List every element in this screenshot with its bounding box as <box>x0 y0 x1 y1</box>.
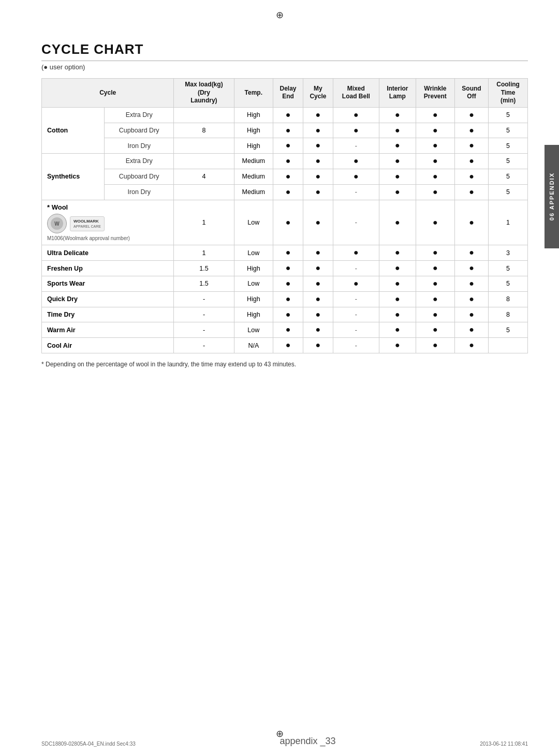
wrinkle-prevent-cell: ● <box>416 184 454 200</box>
cooling-time-cell <box>489 338 528 353</box>
temp-cell: Low <box>234 322 273 338</box>
cooling-time-cell: 5 <box>489 322 528 338</box>
page: ⊕ 06 APPENDIX CYCLE CHART (● user option… <box>0 0 559 756</box>
mixed-load-bell-cell: ● <box>333 154 379 169</box>
group-cell-synthetics: Synthetics <box>42 154 105 200</box>
delay-end-cell: ● <box>273 322 303 338</box>
mixed-load-bell-cell: - <box>333 322 379 338</box>
delay-end-cell: ● <box>273 138 303 154</box>
section-title: CYCLE CHART <box>41 41 528 61</box>
top-crosshair: ⊕ <box>276 9 284 21</box>
interior-lamp-cell: ● <box>379 276 416 292</box>
sub-cycle-cell: Iron Dry <box>105 184 174 200</box>
sound-off-cell: ● <box>454 200 488 245</box>
col-header-mixed-load-bell: MixedLoad Bell <box>333 79 379 108</box>
sound-off-cell: ● <box>454 338 488 353</box>
table-row: Iron DryMedium●●-●●●5 <box>42 184 528 200</box>
cooling-time-cell: 3 <box>489 245 528 261</box>
delay-end-cell: ● <box>273 261 303 276</box>
cooling-time-cell: 5 <box>489 276 528 292</box>
max-load-cell: - <box>174 322 234 338</box>
wrinkle-prevent-cell: ● <box>416 169 454 184</box>
cooling-time-cell: 8 <box>489 291 528 307</box>
col-header-my-cycle: MyCycle <box>303 79 333 108</box>
interior-lamp-cell: ● <box>379 322 416 338</box>
col-header-cycle: Cycle <box>42 79 174 108</box>
temp-cell: Medium <box>234 169 273 184</box>
temp-cell: Medium <box>234 184 273 200</box>
cooling-time-cell: 5 <box>489 138 528 154</box>
my-cycle-cell: ● <box>303 291 333 307</box>
wrinkle-prevent-cell: ● <box>416 307 454 322</box>
col-header-interior-lamp: InteriorLamp <box>379 79 416 108</box>
delay-end-cell: ● <box>273 245 303 261</box>
table-row: Time Dry-High●●-●●●8 <box>42 307 528 322</box>
wrinkle-prevent-cell: ● <box>416 107 454 123</box>
group-cell: Sports Wear <box>42 276 174 292</box>
delay-end-cell: ● <box>273 200 303 245</box>
my-cycle-cell: ● <box>303 154 333 169</box>
user-option-note: (● user option) <box>41 63 528 71</box>
sound-off-cell: ● <box>454 184 488 200</box>
sound-off-cell: ● <box>454 154 488 169</box>
sub-cycle-cell: Cupboard Dry <box>105 123 174 138</box>
max-load-cell: 1.5 <box>174 276 234 292</box>
svg-text:W: W <box>54 221 60 227</box>
max-load-cell <box>174 154 234 169</box>
group-cell: Freshen Up <box>42 261 174 276</box>
max-load-cell: 1 <box>174 200 234 245</box>
interior-lamp-cell: ● <box>379 307 416 322</box>
cooling-time-cell: 5 <box>489 261 528 276</box>
sound-off-cell: ● <box>454 307 488 322</box>
delay-end-cell: ● <box>273 291 303 307</box>
mixed-load-bell-cell: ● <box>333 245 379 261</box>
table-row: Freshen Up1.5High●●-●●●5 <box>42 261 528 276</box>
table-row: SyntheticsExtra DryMedium●●●●●●5 <box>42 154 528 169</box>
sound-off-cell: ● <box>454 261 488 276</box>
cooling-time-cell: 1 <box>489 200 528 245</box>
interior-lamp-cell: ● <box>379 200 416 245</box>
mixed-load-bell-cell: - <box>333 261 379 276</box>
footer-left: SDC18809-02805A-04_EN.indd Sec4:33 <box>41 741 136 747</box>
wrinkle-prevent-cell: ● <box>416 154 454 169</box>
temp-cell: High <box>234 123 273 138</box>
cooling-time-cell: 5 <box>489 154 528 169</box>
temp-cell: High <box>234 107 273 123</box>
my-cycle-cell: ● <box>303 261 333 276</box>
group-cell: Cool Air <box>42 338 174 353</box>
my-cycle-cell: ● <box>303 169 333 184</box>
sound-off-cell: ● <box>454 169 488 184</box>
wrinkle-prevent-cell: ● <box>416 138 454 154</box>
group-cell: Ultra Delicate <box>42 245 174 261</box>
sub-cycle-cell: Extra Dry <box>105 107 174 123</box>
delay-end-cell: ● <box>273 169 303 184</box>
max-load-cell: 1.5 <box>174 261 234 276</box>
my-cycle-cell: ● <box>303 276 333 292</box>
cooling-time-cell: 5 <box>489 184 528 200</box>
sound-off-cell: ● <box>454 245 488 261</box>
sound-off-cell: ● <box>454 107 488 123</box>
cycle-table: Cycle Max load(kg)(DryLaundry) Temp. Del… <box>41 78 528 353</box>
wrinkle-prevent-cell: ● <box>416 200 454 245</box>
col-header-temp: Temp. <box>234 79 273 108</box>
mixed-load-bell-cell: ● <box>333 123 379 138</box>
wrinkle-prevent-cell: ● <box>416 276 454 292</box>
table-row: Iron DryHigh●●-●●●5 <box>42 138 528 154</box>
temp-cell: Medium <box>234 154 273 169</box>
woolmark-logo: W <box>47 214 67 233</box>
wrinkle-prevent-cell: ● <box>416 291 454 307</box>
table-row: Cool Air-N/A●●-●●● <box>42 338 528 353</box>
table-row: Ultra Delicate1Low●●●●●●3 <box>42 245 528 261</box>
my-cycle-cell: ● <box>303 138 333 154</box>
delay-end-cell: ● <box>273 338 303 353</box>
table-row: Cupboard Dry8High●●●●●●5 <box>42 123 528 138</box>
table-row: Cupboard Dry4Medium●●●●●●5 <box>42 169 528 184</box>
sound-off-cell: ● <box>454 138 488 154</box>
sub-cycle-cell: Extra Dry <box>105 154 174 169</box>
my-cycle-cell: ● <box>303 123 333 138</box>
temp-cell: N/A <box>234 338 273 353</box>
wrinkle-prevent-cell: ● <box>416 123 454 138</box>
cooling-time-cell: 8 <box>489 307 528 322</box>
wrinkle-prevent-cell: ● <box>416 245 454 261</box>
cooling-time-cell: 5 <box>489 107 528 123</box>
